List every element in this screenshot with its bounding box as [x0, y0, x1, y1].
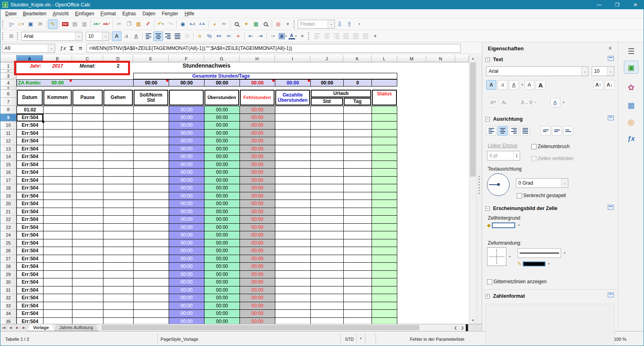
cell-B13[interactable] — [43, 145, 72, 153]
show-gridlines-checkbox[interactable] — [487, 279, 492, 284]
cell-J28[interactable] — [310, 263, 343, 271]
expand-icon[interactable]: + — [485, 294, 490, 299]
sort-ascending-button[interactable]: A-Z — [188, 19, 197, 29]
vertical-scroll-thumb[interactable] — [470, 62, 476, 177]
equals-icon[interactable]: = — [76, 44, 85, 53]
gallery-button[interactable]: ▦ — [251, 19, 261, 29]
font-color-icon[interactable]: A — [550, 98, 560, 107]
cell-L13[interactable] — [372, 145, 397, 153]
cell-H33[interactable]: 00:00 — [239, 302, 275, 310]
cell-D16[interactable] — [103, 169, 133, 177]
cell-B29[interactable] — [43, 271, 72, 279]
font-color-button[interactable]: A▾ — [288, 31, 298, 41]
cell-A16[interactable]: Err:504 — [17, 169, 43, 177]
auto-spellcheck-button[interactable]: AB✓ — [102, 19, 111, 29]
cell-F26[interactable]: 00:00 — [169, 247, 204, 255]
cell-A18[interactable]: Err:504 — [17, 184, 43, 192]
cell-B9[interactable] — [43, 114, 72, 122]
cell-I35[interactable] — [275, 318, 310, 324]
cell-C13[interactable] — [72, 145, 103, 153]
cell-D18[interactable] — [103, 184, 133, 192]
cell-K32[interactable] — [343, 294, 372, 302]
cell-D23[interactable] — [103, 224, 133, 232]
cell-E20[interactable] — [133, 200, 169, 208]
sidebar-styles-icon[interactable]: ✿ — [624, 81, 638, 94]
cell-C14[interactable] — [72, 153, 103, 161]
cell-H18[interactable]: 00:00 — [239, 184, 275, 192]
cell-D13[interactable] — [103, 145, 133, 153]
cell-J13[interactable] — [310, 145, 343, 153]
row-header-24[interactable]: 24 — [0, 231, 17, 239]
cell-H11[interactable]: 00:00 — [239, 130, 275, 138]
cell-H26[interactable]: 00:00 — [239, 247, 275, 255]
cell-K12[interactable] — [343, 137, 372, 145]
cell-H31[interactable]: 00:00 — [239, 286, 275, 295]
cell-D15[interactable] — [103, 161, 133, 169]
menu-fenster[interactable]: Fenster — [159, 10, 182, 17]
menu-ansicht[interactable]: Ansicht — [50, 10, 72, 17]
column-header-N[interactable]: N — [426, 55, 455, 62]
cell-A14[interactable]: Err:504 — [17, 153, 43, 161]
cell-L34[interactable] — [372, 310, 397, 318]
cell-L33[interactable] — [372, 302, 397, 310]
cell-F31[interactable]: 00:00 — [169, 286, 204, 295]
section-ausrichtung[interactable]: − Ausrichtung — [485, 116, 523, 122]
cell-K23[interactable] — [343, 224, 372, 232]
cell-E26[interactable] — [133, 247, 169, 255]
header-datum[interactable]: Datum — [17, 90, 43, 105]
border-style-picker[interactable]: ▾ — [487, 247, 511, 266]
cell-H4[interactable]: 00:00 — [239, 79, 275, 86]
cell-D14[interactable] — [103, 153, 133, 161]
cell-I12[interactable] — [275, 137, 310, 145]
underline-button[interactable]: A — [509, 80, 519, 90]
cell-G8[interactable]: 00:00 — [204, 106, 239, 114]
cell-B32[interactable] — [43, 294, 72, 302]
row-header-19[interactable]: 19 — [0, 192, 17, 200]
center-horizontally-button[interactable] — [322, 31, 332, 41]
cell-E15[interactable] — [133, 161, 169, 169]
cell-A10[interactable]: Err:504 — [17, 122, 43, 130]
cell-H28[interactable]: 00:00 — [239, 263, 275, 271]
cell-F34[interactable]: 00:00 — [169, 310, 204, 318]
align-left-button[interactable] — [144, 31, 153, 41]
cell-D9[interactable] — [103, 114, 133, 122]
cell-E33[interactable] — [133, 302, 169, 310]
cell-A32[interactable]: Err:504 — [17, 294, 43, 302]
cell-C31[interactable] — [72, 286, 103, 295]
cell-E4[interactable]: 00:00 — [133, 79, 169, 86]
format-paintbrush-button[interactable]: ✐ — [143, 19, 153, 29]
cell-F29[interactable]: 00:00 — [169, 271, 204, 279]
cell-K33[interactable] — [343, 302, 372, 310]
cell-F15[interactable]: 00:00 — [169, 161, 204, 169]
cell-D20[interactable] — [103, 200, 133, 208]
cell-J30[interactable] — [310, 278, 343, 286]
cell-J18[interactable] — [310, 184, 343, 192]
horizontal-scrollbar[interactable] — [98, 324, 452, 331]
cell-J29[interactable] — [310, 271, 343, 279]
cell-L31[interactable] — [372, 286, 397, 295]
cell-L27[interactable] — [372, 255, 397, 263]
cell-G15[interactable]: 00:00 — [204, 161, 239, 169]
align-bottom-button[interactable] — [563, 126, 573, 136]
cell-A13[interactable]: Err:504 — [17, 145, 43, 153]
row-header-15[interactable]: 15 — [0, 161, 17, 169]
header-kommen[interactable]: Kommen — [43, 90, 72, 105]
cell-D34[interactable] — [103, 310, 133, 318]
cell-I22[interactable] — [275, 216, 310, 224]
cell-G27[interactable]: 00:00 — [204, 255, 239, 263]
cell-G21[interactable]: 00:00 — [204, 208, 239, 216]
open-button[interactable]: ▱▾ — [16, 19, 26, 29]
row-header-18[interactable]: 18 — [0, 184, 17, 192]
restore-button[interactable]: ❐ — [608, 0, 626, 9]
delete-decimal-button[interactable]: .0- — [233, 31, 243, 41]
cell-A25[interactable]: Err:504 — [17, 239, 43, 247]
cell-J26[interactable] — [310, 247, 343, 255]
sidebar-functions-icon[interactable]: ƒx — [624, 132, 638, 145]
cell-L23[interactable] — [372, 224, 397, 232]
cell-L25[interactable] — [372, 239, 397, 247]
cell-D11[interactable] — [103, 130, 133, 138]
cell-K27[interactable] — [343, 255, 372, 263]
cell-D19[interactable] — [103, 192, 133, 200]
cell-A35[interactable]: Err:504 — [17, 318, 43, 324]
cell-J11[interactable] — [310, 130, 343, 138]
